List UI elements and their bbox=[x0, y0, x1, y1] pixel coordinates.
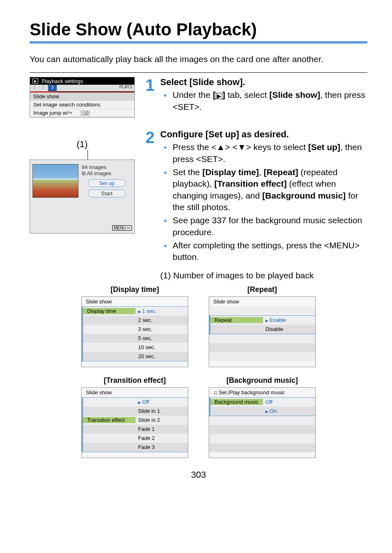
playback-icon-inline: ▶ bbox=[216, 93, 222, 99]
step-2-number: 2 bbox=[145, 129, 160, 280]
title-rule bbox=[30, 41, 367, 44]
screenshot-transition: Slide show Off Slide in 1 Transition eff… bbox=[81, 387, 188, 458]
screenshot-bgm: ♫ Sel./Play background music Background … bbox=[209, 387, 316, 458]
panel-title: ♫ Sel./Play background music bbox=[209, 388, 315, 397]
screenshot-playback-settings: Playback settings 1 2 3 PLAY3 Slide show… bbox=[30, 77, 135, 118]
tab-group-label: PLAY3 bbox=[117, 85, 134, 91]
menu-item-search-conditions: Set image search conditions bbox=[30, 101, 134, 109]
panel-title: Slide show bbox=[82, 388, 188, 397]
tab-2: 2 bbox=[39, 85, 48, 91]
all-images-label: ⧉ All images bbox=[82, 170, 132, 177]
panel-title: Slide show bbox=[82, 297, 188, 306]
opt-slidein1: Slide in 1 bbox=[136, 408, 188, 414]
playback-settings-title: Playback settings bbox=[42, 78, 83, 84]
step-1-bullet-1: Under the [▶] tab, select [Slide show], … bbox=[160, 89, 367, 113]
display-time-label: Display time bbox=[83, 308, 136, 314]
panel-caption-bgm: [Background music] bbox=[209, 376, 316, 385]
opt-fade2: Fade 2 bbox=[136, 435, 188, 441]
opt-bgm-on: On bbox=[263, 408, 315, 414]
step-2-bullet-1: Press the <▲> <▼> keys to select [Set up… bbox=[160, 141, 367, 165]
opt-20sec: 20 sec. bbox=[136, 353, 188, 359]
screenshot-slide-show-setup: 84 images ⧉ All images Set up Start MENU… bbox=[30, 160, 135, 234]
intro-text: You can automatically play back all the … bbox=[30, 53, 367, 65]
step-2-bullet-4: After completing the settings, press the… bbox=[160, 240, 367, 263]
opt-3sec: 3 sec. bbox=[136, 326, 188, 332]
panel-caption-display-time: [Display time] bbox=[81, 285, 188, 294]
opt-1sec: 1 sec. bbox=[136, 308, 188, 314]
tab-1: 1 bbox=[30, 85, 39, 91]
opt-disable: Disable bbox=[263, 326, 315, 332]
body-rule bbox=[30, 72, 367, 73]
dial-icon: ↷ bbox=[68, 111, 72, 116]
bgm-label: Background music bbox=[210, 399, 263, 405]
transition-label: Transition effect bbox=[83, 417, 136, 423]
page-number: 303 bbox=[30, 470, 367, 480]
screenshot-display-time: Slide show Display time1 sec. 2 sec. 3 s… bbox=[81, 296, 188, 367]
step-1-number: 1 bbox=[145, 77, 160, 118]
opt-fade1: Fade 1 bbox=[136, 426, 188, 432]
screenshot-repeat: Slide show RepeatEnable Disable bbox=[209, 296, 316, 367]
step-2-bullet-3: See page 337 for the background music se… bbox=[160, 215, 367, 238]
image-count: 84 images bbox=[82, 164, 132, 170]
opt-5sec: 5 sec. bbox=[136, 335, 188, 341]
opt-off: Off bbox=[136, 399, 188, 405]
opt-bgm-off: Off bbox=[263, 399, 315, 405]
panel-caption-repeat: [Repeat] bbox=[209, 285, 316, 294]
callout-1-explanation: (1) Number of images to be played back bbox=[160, 271, 367, 280]
step-2-bullet-2: Set the [Display time], [Repeat] (repeat… bbox=[160, 167, 367, 213]
panel-title: Slide show bbox=[209, 297, 315, 306]
opt-enable: Enable bbox=[263, 317, 315, 323]
menu-item-image-jump: Image jump w/↷ ⤵10 bbox=[30, 109, 134, 117]
page-title: Slide Show (Auto Playback) bbox=[30, 20, 367, 39]
playback-tab-icon bbox=[32, 79, 38, 83]
step-2-heading: Configure [Set up] as desired. bbox=[160, 129, 367, 140]
step-1-heading: Select [Slide show]. bbox=[160, 77, 367, 88]
opt-10sec: 10 sec. bbox=[136, 344, 188, 350]
callout-1-label: (1) bbox=[30, 139, 135, 150]
start-button: Start bbox=[88, 190, 126, 197]
menu-back-button: MENU ↩ bbox=[112, 225, 132, 231]
opt-slidein2: Slide in 2 bbox=[136, 417, 188, 423]
tab-3: 3 bbox=[48, 85, 57, 91]
preview-thumbnail bbox=[32, 164, 78, 198]
opt-2sec: 2 sec. bbox=[136, 317, 188, 323]
menu-item-slide-show: Slide show bbox=[30, 93, 134, 101]
panel-caption-transition: [Transition effect] bbox=[81, 376, 188, 385]
callout-1-line bbox=[88, 150, 88, 160]
jump-value-icon: ⤵10 bbox=[81, 111, 90, 116]
repeat-label: Repeat bbox=[210, 317, 263, 323]
setup-button: Set up bbox=[88, 179, 126, 187]
opt-fade3: Fade 3 bbox=[136, 444, 188, 450]
